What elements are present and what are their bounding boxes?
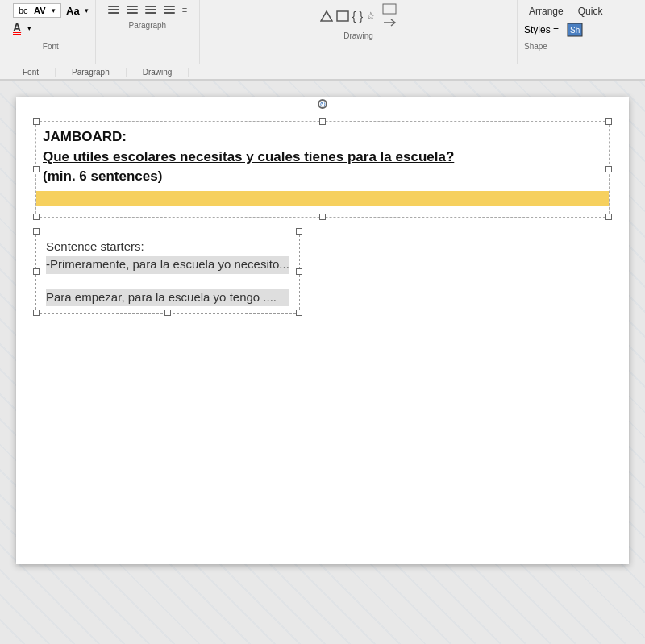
jamboard-question-line1: Que utiles escolares necesitas y cuales …	[43, 147, 602, 167]
align-center-button[interactable]	[124, 3, 140, 16]
starters-handle-mr[interactable]	[296, 268, 302, 275]
drawing-group-label: Drawing	[343, 31, 373, 40]
starters-handle-bl[interactable]	[33, 310, 40, 316]
font-group-label: Font	[13, 42, 89, 51]
yellow-highlight-stripe	[36, 191, 609, 206]
font-color-dropdown[interactable]: ▾	[27, 24, 31, 32]
drawing-group: { } ☆ Drawing	[200, 0, 518, 64]
jamboard-question-line2: (min. 6 sentences)	[43, 167, 602, 186]
columns-button[interactable]: ≡	[180, 3, 189, 16]
font-group: bc AV ▾ Aa ▾ A ▾ Font	[6, 0, 96, 64]
shape-arrange-group: Arrange Quick Styles = Sh Shape	[518, 0, 639, 64]
paragraph-group-label: Paragraph	[128, 21, 166, 30]
font-dropdown-icon[interactable]: ▾	[52, 6, 56, 15]
drawing-icon-2	[382, 17, 397, 28]
starters-title: Sentence starters:	[46, 239, 144, 253]
side-handle-left[interactable]	[33, 166, 40, 172]
svg-marker-0	[321, 11, 332, 21]
font-selector[interactable]: bc AV ▾	[13, 3, 61, 18]
triangle-shape-icon	[320, 10, 333, 22]
shape-fill-icon: Sh	[567, 23, 583, 37]
starters-handle-tl[interactable]	[33, 228, 40, 235]
handle-top-left[interactable]	[33, 118, 40, 125]
arrow-icon: }	[360, 10, 364, 23]
handle-bot-right[interactable]	[605, 214, 612, 220]
justify-button[interactable]	[161, 3, 177, 16]
star-icon: ☆	[366, 10, 376, 22]
starters-handle-tr[interactable]	[296, 228, 302, 235]
document-area: ↻ JAMBOARD: Que utiles escolares necesit…	[0, 81, 645, 644]
font-dropdown-aa[interactable]: ▾	[85, 6, 89, 15]
shape-group-label: Shape	[524, 42, 547, 51]
brace-icon: {	[352, 10, 356, 23]
quick-styles-button[interactable]: Quick	[573, 3, 608, 19]
drawing-section-label: Drawing	[127, 68, 189, 77]
font-underline-button[interactable]: A	[13, 21, 21, 35]
paragraph-group: ≡ Paragraph	[96, 0, 200, 64]
starter-line-1: -Primeramente, para la escuela yo necesi…	[46, 256, 289, 274]
font-aa-label: Aa	[66, 5, 80, 17]
align-left-button[interactable]	[106, 3, 122, 16]
font-section-label: Font	[6, 68, 56, 77]
font-av-label: bc	[19, 6, 28, 15]
paragraph-section-label: Paragraph	[56, 68, 127, 77]
handle-top-right[interactable]	[605, 118, 612, 125]
starters-handle-br[interactable]	[296, 310, 302, 316]
drawing-symbols: { } ☆	[320, 10, 376, 23]
document-page: ↻ JAMBOARD: Que utiles escolares necesit…	[16, 97, 629, 564]
handle-bot-left[interactable]	[33, 214, 40, 220]
rect-shape-icon	[336, 10, 349, 22]
svg-text:Sh: Sh	[570, 26, 580, 35]
starters-handle-ml[interactable]	[33, 268, 40, 275]
rotate-icon: ↻	[319, 100, 326, 109]
text-box-container[interactable]: ↻ JAMBOARD: Que utiles escolares necesit…	[35, 121, 610, 218]
font-av-main: AV	[34, 6, 45, 15]
drawing-icon-1	[382, 3, 397, 15]
svg-rect-1	[337, 11, 348, 21]
starters-handle-bm[interactable]	[164, 310, 171, 316]
starters-box[interactable]: Sentence starters: -Primeramente, para l…	[35, 231, 300, 314]
jamboard-title: JAMBOARD:	[43, 128, 602, 146]
align-right-button[interactable]	[143, 3, 159, 16]
rotate-handle[interactable]: ↻	[318, 99, 327, 109]
styles-label: Styles =	[524, 24, 559, 35]
handle-mid-right[interactable]	[605, 166, 612, 172]
handle-top-mid[interactable]	[319, 118, 326, 125]
handle-bot-mid[interactable]	[319, 214, 326, 220]
ribbon-bar: bc AV ▾ Aa ▾ A ▾ Font	[0, 0, 645, 64]
starter-line-2: Para empezar, para la escuela yo tengo .…	[46, 289, 289, 307]
arrange-button[interactable]: Arrange	[524, 3, 568, 19]
svg-rect-2	[383, 4, 396, 14]
ribbon-labels-row: Font Paragraph Drawing	[0, 64, 645, 81]
